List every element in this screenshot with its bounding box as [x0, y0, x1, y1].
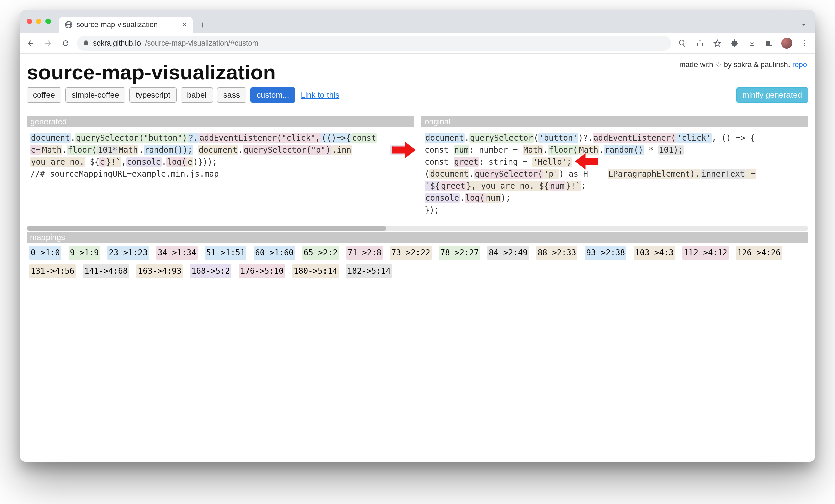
generated-panel: generated document.querySelector("button… — [27, 116, 414, 221]
new-tab-button[interactable]: ＋ — [196, 18, 209, 32]
heart-icon: ♡ — [715, 60, 722, 68]
minimize-window-icon[interactable] — [36, 19, 41, 24]
mapping-token[interactable]: 73->2:22 — [390, 246, 431, 260]
reload-button[interactable] — [60, 37, 72, 49]
svg-point-2 — [803, 45, 805, 46]
mapping-token[interactable]: 131->4:56 — [29, 264, 76, 278]
mapping-token[interactable]: 84->2:49 — [487, 246, 529, 260]
mapping-token[interactable]: 71->2:8 — [346, 246, 383, 260]
example-coffee-button[interactable]: coffee — [27, 87, 61, 103]
generated-code[interactable]: document.querySelector("button")?.addEve… — [27, 127, 414, 185]
mapping-token[interactable]: 78->2:27 — [439, 246, 481, 260]
browser-window: source-map-visualization × ＋ — [20, 10, 815, 462]
credit-line: made with ♡ by sokra & paulirish. repo — [679, 60, 807, 69]
example-sass-button[interactable]: sass — [217, 87, 246, 103]
example-babel-button[interactable]: babel — [181, 87, 213, 103]
tabs-menu-button[interactable] — [797, 18, 810, 32]
back-button[interactable] — [25, 37, 37, 49]
lock-icon — [83, 39, 89, 47]
address-bar[interactable]: sokra.github.io/source-map-visualization… — [77, 36, 671, 51]
mapping-token[interactable]: 51->1:51 — [205, 246, 247, 260]
close-window-icon[interactable] — [27, 19, 32, 24]
tab-strip: source-map-visualization × ＋ — [20, 10, 815, 33]
mapping-token[interactable]: 60->1:60 — [253, 246, 295, 260]
mapping-token[interactable]: 0->1:0 — [29, 246, 61, 260]
custom-button[interactable]: custom... — [250, 87, 296, 103]
svg-point-0 — [803, 40, 805, 41]
kebab-menu-icon[interactable] — [798, 37, 810, 49]
forward-button[interactable] — [42, 37, 54, 49]
mappings-panel-header: mappings — [27, 232, 808, 243]
globe-icon — [65, 21, 72, 28]
downloads-icon[interactable] — [746, 37, 758, 49]
tab-title: source-map-visualization — [76, 20, 158, 29]
mapping-token[interactable]: 112->4:12 — [683, 246, 729, 260]
close-tab-icon[interactable]: × — [182, 20, 187, 29]
mapping-token[interactable]: 65->2:2 — [302, 246, 339, 260]
extensions-icon[interactable] — [729, 37, 741, 49]
horizontal-scrollbar[interactable] — [27, 226, 808, 230]
page-content: made with ♡ by sokra & paulirish. repo s… — [20, 54, 815, 462]
code-panels: generated document.querySelector("button… — [27, 116, 808, 221]
example-buttons-row: coffee simple-coffee typescript babel sa… — [27, 87, 808, 103]
mapping-token[interactable]: 93->2:38 — [585, 246, 626, 260]
mapping-token[interactable]: 23->1:23 — [107, 246, 149, 260]
profile-avatar[interactable] — [781, 37, 793, 49]
repo-link[interactable]: repo — [792, 60, 807, 68]
mapping-token[interactable]: 163->4:93 — [137, 264, 183, 278]
mapping-token[interactable]: 88->2:33 — [536, 246, 578, 260]
window-controls — [25, 10, 56, 33]
example-typescript-button[interactable]: typescript — [129, 87, 177, 103]
share-icon[interactable] — [694, 37, 706, 49]
url-host: sokra.github.io — [93, 39, 141, 47]
bookmark-icon[interactable] — [711, 37, 723, 49]
minify-generated-button[interactable]: minify generated — [736, 87, 808, 103]
scrollbar-thumb[interactable] — [27, 226, 386, 230]
link-to-this[interactable]: Link to this — [301, 90, 339, 100]
search-icon[interactable] — [676, 37, 689, 49]
mapping-token[interactable]: 168->5:2 — [190, 264, 231, 278]
mapping-token[interactable]: 34->1:34 — [156, 246, 198, 260]
side-panel-icon[interactable] — [763, 37, 775, 49]
mapping-token[interactable]: 141->4:68 — [83, 264, 129, 278]
example-simple-coffee-button[interactable]: simple-coffee — [65, 87, 125, 103]
mappings-panel: mappings 0->1:09->1:923->1:2334->1:3451-… — [27, 232, 808, 281]
browser-toolbar: sokra.github.io/source-map-visualization… — [20, 33, 815, 54]
browser-tab[interactable]: source-map-visualization × — [59, 17, 193, 33]
svg-point-1 — [803, 42, 805, 44]
original-panel-header: original — [421, 117, 808, 127]
mapping-token[interactable]: 176->5:10 — [239, 264, 285, 278]
original-code[interactable]: document.querySelector('button')?.addEve… — [421, 127, 808, 221]
mapping-token[interactable]: 126->4:26 — [736, 246, 782, 260]
url-path: /source-map-visualization/#custom — [145, 39, 258, 47]
original-panel: original document.querySelector('button'… — [421, 116, 808, 221]
maximize-window-icon[interactable] — [45, 19, 51, 24]
mapping-token[interactable]: 103->4:3 — [634, 246, 675, 260]
mapping-token[interactable]: 180->5:14 — [292, 264, 339, 278]
mapping-token[interactable]: 9->1:9 — [68, 246, 100, 260]
mapping-token[interactable]: 182->5:14 — [346, 264, 392, 278]
generated-panel-header: generated — [27, 117, 414, 127]
mappings-list: 0->1:09->1:923->1:2334->1:3451->1:5160->… — [27, 243, 808, 281]
